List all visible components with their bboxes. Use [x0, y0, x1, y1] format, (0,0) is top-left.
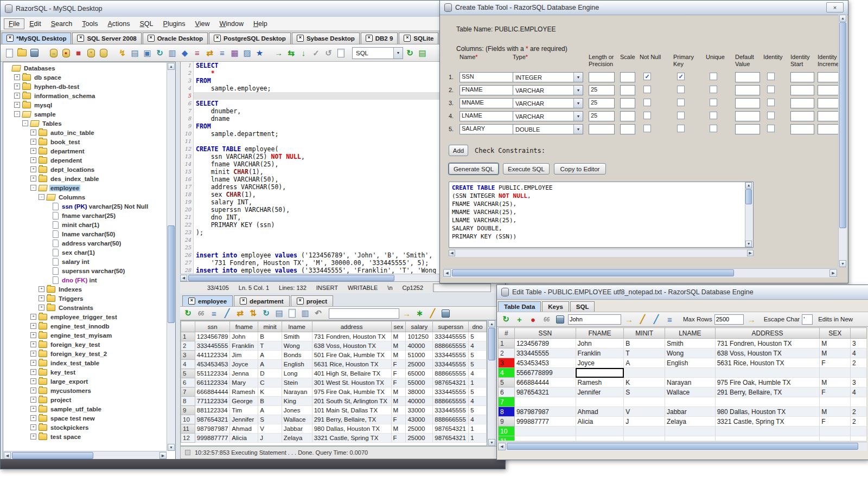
cell[interactable] — [715, 397, 820, 407]
close-tab-icon[interactable]: × — [240, 298, 247, 305]
go-filter-icon[interactable]: → — [401, 308, 412, 319]
cell[interactable]: 666884444 — [195, 387, 230, 397]
escape-char-input[interactable] — [802, 314, 813, 325]
cell[interactable]: Franklin — [576, 348, 624, 358]
cell[interactable]: F — [391, 360, 406, 369]
cell[interactable] — [576, 368, 624, 378]
expand-icon[interactable]: + — [30, 415, 36, 421]
search-input[interactable] — [568, 314, 621, 325]
unique-checkbox[interactable] — [710, 125, 717, 132]
column-header-dno[interactable]: dno — [469, 321, 487, 332]
primary-key-checkbox[interactable] — [677, 112, 685, 119]
describe-table-icon[interactable]: ▤ — [129, 47, 141, 59]
column-fit-icon[interactable]: ⇄ — [234, 308, 246, 319]
cell[interactable]: Wallace — [665, 387, 716, 397]
tree-item-des-index-table[interactable]: +des_index_table — [4, 174, 167, 183]
expand-icon[interactable]: + — [30, 148, 36, 154]
scale-field[interactable] — [620, 124, 635, 134]
cell[interactable] — [715, 368, 820, 378]
table-row[interactable]: 5551122334JennaDLong401 High St, Bellair… — [181, 369, 487, 378]
tree-item-superssn-varchar-50-[interactable]: superssn varchar(50) — [4, 266, 167, 275]
cell[interactable]: 5 — [469, 332, 487, 341]
cell[interactable]: F — [820, 358, 851, 368]
unique-checkbox[interactable] — [710, 86, 717, 93]
scale-field[interactable] — [620, 85, 635, 95]
expand-icon[interactable]: + — [30, 130, 36, 135]
edit-table-titlebar[interactable]: Edit Table - PUBLIC.EMPLOYEE utf8_notepa… — [497, 285, 868, 300]
cell[interactable]: 731 Fondren, Houston TX — [312, 332, 391, 341]
cell[interactable]: 40000 — [406, 397, 433, 406]
cell[interactable]: 51000 — [406, 351, 433, 360]
identity-checkbox[interactable] — [767, 112, 775, 119]
cell[interactable] — [624, 368, 665, 378]
tree-item-dept-locations[interactable]: +dept_locations — [4, 165, 167, 174]
cell[interactable]: F — [391, 415, 406, 424]
results-tab-department[interactable]: ×department — [234, 295, 290, 306]
scroll-left-icon[interactable]: ◀ — [498, 443, 506, 450]
chevron-down-icon[interactable]: ▼ — [393, 48, 403, 59]
tree-item-lname-varchar-50-[interactable]: lname varchar(50) — [4, 229, 167, 238]
scroll-up-icon[interactable]: ▲ — [745, 182, 752, 189]
table-row[interactable]: 11 — [499, 436, 867, 441]
expand-icon[interactable]: + — [30, 351, 36, 357]
column-header-LNAME[interactable]: LNAME — [665, 328, 716, 339]
tree-item-test-space[interactable]: +test space — [4, 432, 167, 441]
cell[interactable]: Franklin — [230, 341, 258, 351]
transpose-icon[interactable]: ↶ — [312, 308, 324, 319]
cell[interactable]: A — [624, 358, 665, 368]
scroll-right-icon[interactable]: ▶ — [159, 452, 167, 459]
tree-item-auto-inc-table[interactable]: +auto_inc_table — [4, 128, 167, 137]
table-row[interactable]: 6661122334MaryCStein301 West St. Houston… — [181, 378, 487, 387]
table-row[interactable]: 2333445555FranklinTWong638 Voss, Houston… — [181, 341, 487, 351]
scroll-left-icon[interactable]: ◀ — [449, 250, 455, 256]
table-row[interactable]: 9881122334TimAJones101 Main St, Dallas T… — [181, 406, 487, 415]
expand-icon[interactable]: + — [14, 74, 20, 80]
column-header-#[interactable]: # — [499, 328, 515, 339]
cell[interactable]: 5631 Rice, Houston TX — [715, 358, 820, 368]
edit-cell-icon[interactable]: ╱ — [650, 314, 662, 325]
cell[interactable] — [576, 397, 624, 407]
query-builder-icon[interactable]: ▦ — [229, 47, 240, 59]
cell[interactable]: Wallace — [282, 415, 312, 424]
unique-checkbox[interactable] — [710, 99, 717, 106]
cell[interactable]: 123456789 — [514, 339, 576, 348]
delete-row-icon[interactable]: ● — [527, 314, 539, 325]
close-tab-icon[interactable]: × — [404, 35, 411, 42]
expand-icon[interactable]: + — [30, 378, 36, 384]
cell[interactable]: Jim — [230, 351, 258, 360]
editor-hscroll-thumb[interactable] — [188, 275, 394, 281]
execute-all-icon[interactable]: ⇆ — [285, 47, 297, 59]
results-grid[interactable]: ssnfnameminitlnameaddresssexsalarysupers… — [180, 320, 487, 446]
cell[interactable]: Smith — [665, 339, 716, 348]
cell[interactable]: F — [820, 387, 851, 397]
cell[interactable] — [665, 397, 716, 407]
primary-key-checkbox[interactable] — [677, 86, 685, 93]
cell[interactable]: F — [820, 417, 851, 427]
cell[interactable]: M — [391, 406, 406, 415]
cell[interactable]: C — [258, 378, 282, 387]
execute-multiple-icon[interactable]: ↻ — [404, 47, 416, 59]
tree-item-address-varchar-50-[interactable]: address varchar(50) — [4, 238, 167, 248]
tree-item-sample-utf-table[interactable]: +sample_utf_table — [4, 404, 167, 414]
column-header-truncated[interactable] — [851, 328, 867, 339]
cell[interactable]: K — [624, 378, 665, 387]
cell[interactable]: John — [230, 332, 258, 341]
tree-item-constraints[interactable]: +Constraints — [4, 303, 167, 312]
cell[interactable]: 987987987 — [195, 424, 230, 434]
close-icon[interactable]: × — [826, 2, 844, 12]
cell[interactable]: 55000 — [406, 378, 433, 387]
cell[interactable]: T — [258, 341, 282, 351]
column-name-field[interactable]: FNAME — [459, 85, 514, 95]
results-scroll-thumb[interactable] — [488, 328, 495, 360]
cell[interactable]: Wong — [665, 348, 716, 358]
database-icon[interactable] — [98, 47, 109, 59]
expand-icon[interactable]: + — [39, 286, 44, 292]
cell[interactable]: 888665555 — [433, 397, 469, 406]
main-titlebar[interactable]: RazorSQL - MySQL Desktop — [1, 1, 505, 17]
expand-icon[interactable]: + — [30, 360, 36, 366]
close-tab-icon[interactable]: × — [7, 35, 14, 42]
default-value-field[interactable] — [735, 72, 760, 82]
check-syntax-icon[interactable]: ✓ — [310, 47, 322, 59]
expand-icon[interactable]: + — [30, 369, 36, 375]
cell[interactable] — [514, 397, 576, 407]
